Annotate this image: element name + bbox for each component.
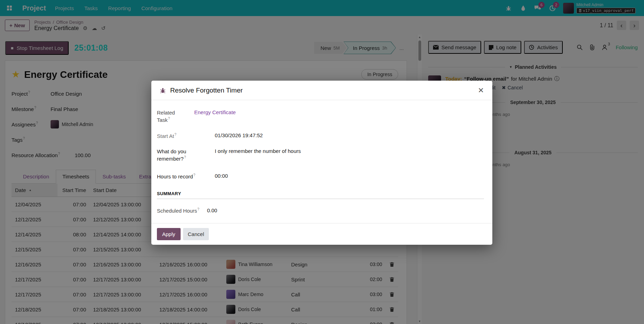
menu-tasks[interactable]: Tasks — [83, 3, 99, 13]
activity-badge: 2 — [553, 2, 559, 8]
cancel-activity-button[interactable]: ✖ Cancel — [502, 85, 523, 90]
scheduled-hours-label: Scheduled Hours — [157, 207, 199, 214]
messages-badge: 6 — [538, 2, 545, 8]
table-row[interactable]: 12/16/2025 07:00 12/16/2025 13:00:00 12/… — [12, 257, 398, 272]
collapse-caret-icon: ▼ — [509, 65, 513, 69]
follower-count: 3 — [608, 42, 610, 46]
scrollbar-thumb[interactable] — [418, 40, 421, 61]
apply-button[interactable]: Apply — [157, 228, 181, 240]
database-icon — [579, 9, 582, 13]
droplet-icon[interactable] — [519, 4, 527, 12]
delete-row-icon[interactable] — [386, 262, 398, 267]
menu-projects[interactable]: Projects — [54, 3, 75, 13]
app-brand[interactable]: Project — [22, 4, 46, 12]
remember-label: What do you remember? — [157, 148, 209, 163]
stage-badge[interactable]: In Progress — [361, 69, 398, 80]
chatter-toolbar: Send message Log note Activities — [428, 41, 638, 54]
column-header-start-date[interactable]: Start Date — [90, 187, 156, 193]
delete-row-icon[interactable] — [386, 277, 398, 282]
table-row[interactable]: 12/18/2025 07:00 12/18/2025 13:00:00 12/… — [12, 302, 398, 317]
stop-timesheet-button[interactable]: ■ Stop Timesheet Log — [5, 41, 69, 55]
task-title[interactable]: Energy Certificate — [24, 69, 108, 80]
related-task-value[interactable]: Energy Certificate — [194, 109, 236, 115]
attachment-paperclip-icon[interactable] — [590, 44, 595, 50]
allocation-value[interactable]: 100.00 — [75, 152, 91, 158]
planned-activities-header[interactable]: ▼ Planned Activities — [428, 64, 638, 70]
info-icon[interactable]: ⓘ — [554, 75, 560, 82]
stage-in-progress[interactable]: In Progress 3h — [343, 42, 396, 54]
column-header-date[interactable]: Date ▲ — [12, 184, 58, 197]
clock-icon — [529, 45, 534, 50]
delete-row-icon[interactable] — [386, 322, 398, 324]
scroll-up-icon[interactable]: ▲ — [418, 35, 421, 40]
user-avatar — [563, 3, 574, 14]
assignees-label: Assignees — [12, 121, 48, 127]
note-icon — [489, 45, 493, 50]
employee-avatar — [226, 275, 235, 284]
messages-icon[interactable]: 6 — [534, 4, 541, 12]
employee-avatar — [226, 290, 235, 299]
activities-button[interactable]: Activities — [524, 41, 562, 54]
project-value[interactable]: Office Design — [51, 91, 82, 97]
following-button[interactable]: Following — [616, 44, 638, 50]
table-row[interactable]: 12/17/2025 07:00 12/17/2025 13:00:00 12/… — [12, 287, 398, 302]
stage-new[interactable]: New 5M — [314, 42, 347, 54]
plus-icon: + — [9, 22, 13, 28]
column-header-start-time[interactable]: Start Time — [58, 187, 90, 193]
pager-previous-button[interactable]: ‹ — [617, 21, 626, 30]
tab-subtasks[interactable]: Sub-tasks — [96, 170, 132, 183]
send-message-button[interactable]: Send message — [428, 41, 481, 54]
breadcrumb-separator: / — [53, 20, 54, 25]
record-pager: 1 / 11 ‹ › — [600, 21, 639, 30]
close-icon[interactable]: ✕ — [478, 87, 484, 94]
stage-in-progress-count: 3h — [382, 45, 387, 51]
favorite-star-icon[interactable]: ★ — [12, 70, 20, 79]
tab-description[interactable]: Description — [16, 170, 56, 183]
breadcrumb-title: Energy Certificate — [35, 25, 79, 31]
cloud-save-icon[interactable]: ☁ — [92, 25, 97, 31]
assignee-chip[interactable]: Mitchell Admin — [51, 120, 93, 128]
project-label: Project — [12, 90, 48, 97]
discard-undo-icon[interactable]: ↺ — [101, 25, 106, 31]
app-screen: Project Projects Tasks Reporting Configu… — [0, 0, 644, 324]
breadcrumb-office-design[interactable]: Office Design — [56, 20, 83, 25]
remember-value[interactable]: I only remember the number of hours — [215, 148, 301, 154]
user-menu[interactable]: Mitchell Admin v17_viin_approval_perf_0… — [563, 3, 636, 14]
pager-next-button[interactable]: › — [630, 21, 639, 30]
employee-avatar — [226, 260, 235, 269]
delete-row-icon[interactable] — [386, 307, 398, 312]
new-button[interactable]: + New — [5, 20, 30, 31]
stage-new-count: 5M — [333, 45, 340, 51]
bug-icon[interactable] — [505, 4, 512, 12]
menu-configuration[interactable]: Configuration — [140, 3, 174, 13]
activity-assignee: for Mitchell Admin — [511, 76, 552, 82]
bug-icon — [160, 87, 166, 94]
milestone-value[interactable]: Final Phase — [51, 106, 78, 112]
stage-more[interactable]: ... — [399, 45, 404, 51]
cancel-button[interactable]: Cancel — [183, 228, 209, 240]
timer-value: 25:01:08 — [74, 43, 108, 53]
settings-gear-icon[interactable]: ⚙ — [83, 25, 88, 31]
menu-reporting[interactable]: Reporting — [107, 3, 132, 13]
stop-icon: ■ — [11, 46, 14, 50]
scheduled-hours-value: 0.00 — [207, 207, 217, 213]
dialog-footer: Apply Cancel — [151, 223, 492, 245]
search-messages-icon[interactable] — [577, 44, 583, 50]
employee-avatar — [226, 320, 235, 324]
start-at-value[interactable]: 01/30/2026 19:47:52 — [215, 132, 263, 138]
table-row[interactable]: 12/18/2025 07:00 12/18/2025 13:00:00 12/… — [12, 317, 398, 324]
followers-icon[interactable]: 3 — [602, 44, 607, 50]
resolve-forgotten-timer-dialog: Resolve Forgotten Timer ✕ Related Task E… — [151, 81, 492, 245]
delete-row-icon[interactable] — [386, 292, 398, 297]
tab-timesheets[interactable]: Timesheets — [56, 170, 96, 184]
scroll-down-icon[interactable]: ▼ — [418, 319, 421, 324]
user-name: Mitchell Admin — [576, 3, 636, 7]
log-note-button[interactable]: Log note — [484, 41, 521, 54]
activity-clock-icon[interactable]: 2 — [548, 4, 556, 12]
breadcrumb-projects[interactable]: Projects — [35, 20, 51, 25]
related-task-label: Related Task — [157, 109, 189, 124]
table-row[interactable]: 12/17/2025 07:00 12/17/2025 13:00:00 12/… — [12, 272, 398, 287]
hours-to-record-value[interactable]: 00:00 — [215, 173, 228, 179]
assignee-avatar — [51, 120, 59, 128]
apps-menu-icon[interactable] — [5, 3, 14, 13]
